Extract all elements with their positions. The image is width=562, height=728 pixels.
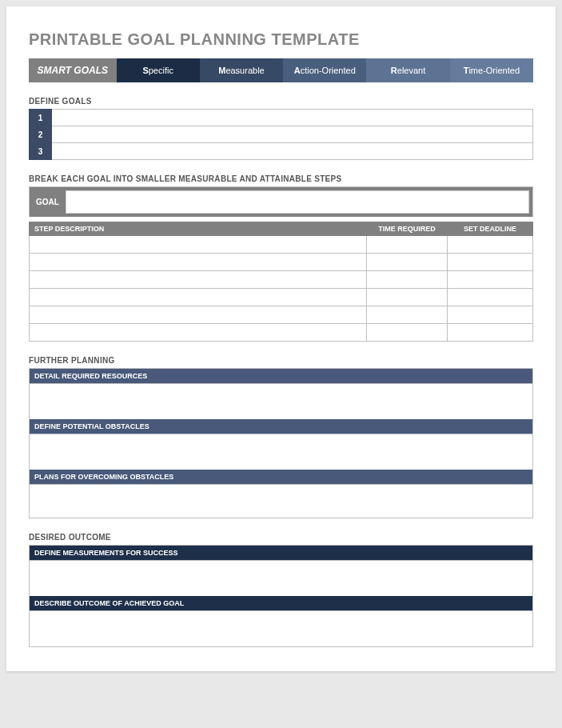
step-row [30,289,533,306]
col-set-deadline: SET DEADLINE [447,222,532,236]
define-goals-label: DEFINE GOALS [29,97,533,106]
step-row [30,324,533,342]
col-time-required: TIME REQUIRED [367,222,448,236]
steps-table: STEP DESCRIPTION TIME REQUIRED SET DEADL… [29,222,533,342]
goal-number: 3 [30,143,52,160]
page-title: PRINTABLE GOAL PLANNING TEMPLATE [29,30,533,49]
outcome-measurements-body[interactable] [30,560,532,596]
outcome-block: DEFINE MEASUREMENTS FOR SUCCESS DESCRIBE… [29,545,533,647]
smart-action: Action-Oriented [283,58,366,82]
step-cell[interactable] [447,324,532,342]
outcome-describe-body[interactable] [30,610,532,646]
step-cell[interactable] [30,271,367,289]
fp-plans-head: PLANS FOR OVERCOMING OBSTACLES [30,470,532,484]
fp-obstacles-head: DEFINE POTENTIAL OBSTACLES [30,419,532,434]
fp-resources-head: DETAIL REQUIRED RESOURCES [30,369,532,383]
outcome-describe-head: DESCRIBE OUTCOME OF ACHIEVED GOAL [30,596,532,610]
further-planning-label: FURTHER PLANNING [29,356,533,365]
step-cell[interactable] [447,289,532,306]
step-cell[interactable] [367,254,448,271]
step-cell[interactable] [447,236,532,254]
goal-input[interactable] [52,126,533,143]
step-cell[interactable] [447,271,532,289]
smart-goals-bar: SMART GOALS Specific Measurable Action-O… [29,58,533,82]
goal-input[interactable] [52,110,533,126]
goal-number: 1 [30,110,52,126]
goal-row: 1 [30,110,533,126]
smart-label: SMART GOALS [29,58,117,82]
fp-resources: DETAIL REQUIRED RESOURCES DEFINE POTENTI… [29,368,533,518]
step-row [30,271,533,289]
col-step-description: STEP DESCRIPTION [30,222,367,236]
step-cell[interactable] [367,306,448,324]
goal-header-label: GOAL [30,187,66,217]
step-cell[interactable] [367,236,448,254]
step-cell[interactable] [30,254,367,271]
page: PRINTABLE GOAL PLANNING TEMPLATE SMART G… [6,6,556,671]
fp-obstacles-body[interactable] [30,434,532,470]
goal-input[interactable] [52,143,533,160]
desired-outcome-label: DESIRED OUTCOME [29,533,533,542]
break-steps-label: BREAK EACH GOAL INTO SMALLER MEASURABLE … [29,174,533,183]
step-row [30,236,533,254]
step-cell[interactable] [30,289,367,306]
step-cell[interactable] [447,254,532,271]
goal-number: 2 [30,126,52,143]
outcome-measurements-head: DEFINE MEASUREMENTS FOR SUCCESS [30,546,532,560]
step-row [30,254,533,271]
smart-time: Time-Oriented [450,58,533,82]
goal-row: 3 [30,143,533,160]
step-cell[interactable] [30,236,367,254]
step-cell[interactable] [367,271,448,289]
step-cell[interactable] [367,289,448,306]
fp-resources-body[interactable] [30,383,532,419]
goal-header: GOAL [29,186,533,217]
step-cell[interactable] [30,324,367,342]
smart-measurable: Measurable [200,58,283,82]
goal-row: 2 [30,126,533,143]
step-cell[interactable] [30,306,367,324]
smart-relevant: Relevant [366,58,449,82]
fp-plans-body[interactable] [30,484,532,518]
step-row [30,306,533,324]
define-goals-table: 1 2 3 [29,109,533,160]
step-cell[interactable] [367,324,448,342]
goal-header-input[interactable] [66,190,529,214]
smart-specific: Specific [117,58,200,82]
step-cell[interactable] [447,306,532,324]
